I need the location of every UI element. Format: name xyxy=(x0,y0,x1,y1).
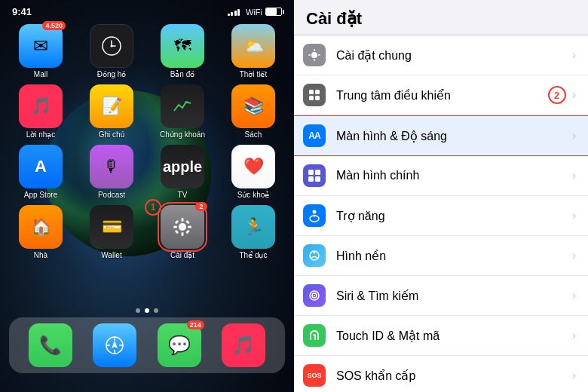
clock-icon xyxy=(90,24,133,68)
wallet-icon: 💳 xyxy=(90,205,133,249)
app-grid-row2: 🎵 Lời nhạc 📝 Ghi chú Chứng khoán 📚 Sách xyxy=(0,84,294,139)
display-chevron: › xyxy=(572,129,576,142)
safari-icon xyxy=(93,323,136,367)
svg-point-4 xyxy=(179,223,186,231)
homescreen-chevron: › xyxy=(572,169,576,182)
settings-item-general[interactable]: Cài đặt chung › xyxy=(294,35,588,75)
svg-rect-21 xyxy=(314,59,315,61)
siri-icon xyxy=(303,284,326,307)
dock-messages[interactable]: 💬 214 xyxy=(158,323,201,367)
podcast-icon: 🎙 xyxy=(90,145,133,188)
step-2-badge: 2 xyxy=(548,86,566,104)
svg-rect-27 xyxy=(315,96,320,100)
settings-item-sos[interactable]: SOS SOS khẩn cấp › xyxy=(294,356,588,392)
settings-icon: 2 xyxy=(161,205,204,249)
iphone-screen: 9:41 WiFi ✉ 4.520 Mail xyxy=(0,0,294,392)
svg-rect-12 xyxy=(185,230,190,234)
siri-chevron: › xyxy=(572,289,576,302)
settings-item-siri[interactable]: Siri & Tìm kiếm › xyxy=(294,276,588,316)
mail-badge: 4.520 xyxy=(42,21,66,30)
weather-icon: ⛅ xyxy=(231,24,275,68)
books-label: Sách xyxy=(245,130,262,139)
control-center-chevron: › xyxy=(572,88,576,102)
settings-item-accessibility[interactable]: Trợ năng › xyxy=(294,196,588,236)
mail-label: Mail xyxy=(34,70,47,78)
app-stocks[interactable]: Chứng khoán xyxy=(151,84,214,139)
app-settings[interactable]: 2 Cài đặt 1 xyxy=(151,205,214,259)
home-icon: 🏠 xyxy=(19,205,63,249)
fitness-icon: 🏃 xyxy=(231,205,275,249)
svg-rect-30 xyxy=(308,176,314,182)
home-label: Nhà xyxy=(34,251,47,259)
svg-point-32 xyxy=(313,210,317,214)
svg-point-3 xyxy=(111,45,113,47)
app-home[interactable]: 🏠 Nhà xyxy=(9,205,72,259)
health-icon: ❤️ xyxy=(231,145,275,188)
display-icon: AA xyxy=(303,124,326,147)
siri-label: Siri & Tìm kiếm xyxy=(336,289,572,303)
svg-rect-25 xyxy=(315,90,320,94)
app-tv[interactable]: apple TV xyxy=(151,145,214,199)
page-dots xyxy=(136,308,158,313)
app-maps[interactable]: 🗺 Bản đồ xyxy=(151,24,214,78)
accessibility-icon xyxy=(303,204,326,227)
dot-3 xyxy=(154,308,158,313)
app-clock[interactable]: Đồng hồ xyxy=(80,24,143,78)
mail-icon: ✉ 4.520 xyxy=(19,24,63,68)
wallpaper-icon xyxy=(303,244,326,267)
settings-item-touchid[interactable]: Touch ID & Mật mã › xyxy=(294,316,588,356)
app-books[interactable]: 📚 Sách xyxy=(222,84,285,139)
settings-item-display[interactable]: AA Màn hình & Độ sáng › xyxy=(294,115,588,156)
dock-phone[interactable]: 📞 xyxy=(29,323,72,367)
wifi-icon: WiFi xyxy=(246,8,262,17)
app-weather[interactable]: ⛅ Thời tiết xyxy=(222,24,285,78)
app-mail[interactable]: ✉ 4.520 Mail xyxy=(9,24,72,78)
notes-label: Ghi chú xyxy=(99,130,124,139)
settings-title: Cài đặt xyxy=(306,9,362,28)
touchid-chevron: › xyxy=(572,329,576,342)
appstore-icon: A xyxy=(19,145,63,188)
svg-point-39 xyxy=(314,295,315,296)
general-chevron: › xyxy=(572,48,576,62)
step-1-badge: 1 xyxy=(145,199,161,216)
app-appstore[interactable]: A App Store xyxy=(9,145,72,199)
svg-rect-23 xyxy=(318,54,320,56)
app-health[interactable]: ❤️ Sức khoẻ xyxy=(222,145,285,199)
dock-music[interactable]: 🎵 xyxy=(222,323,265,367)
svg-rect-6 xyxy=(182,232,184,236)
svg-rect-5 xyxy=(182,218,184,222)
appstore-label: App Store xyxy=(24,191,57,199)
notes-icon: 📝 xyxy=(90,84,133,128)
settings-item-wallpaper[interactable]: Hình nền › xyxy=(294,236,588,276)
app-fitness[interactable]: 🏃 Thể dục xyxy=(222,205,285,259)
status-bar: 9:41 WiFi xyxy=(0,6,294,17)
general-icon xyxy=(303,44,326,66)
settings-header: Cài đặt xyxy=(294,0,588,35)
svg-rect-26 xyxy=(309,96,314,100)
podcast-label: Podcast xyxy=(98,191,125,199)
dot-1 xyxy=(136,308,140,313)
app-grid: ✉ 4.520 Mail Đồng hồ 🗺 Bản đồ xyxy=(0,24,294,78)
app-music[interactable]: 🎵 Lời nhạc xyxy=(9,84,72,139)
messages-badge: 214 xyxy=(187,320,204,329)
settings-item-control-center[interactable]: Trung tâm điều khiển 2 › xyxy=(294,75,588,115)
app-notes[interactable]: 📝 Ghi chú xyxy=(80,84,143,139)
app-grid-row3: A App Store 🎙 Podcast apple TV ❤️ Sức kh… xyxy=(0,145,294,199)
homescreen-label: Màn hình chính xyxy=(336,169,572,182)
tv-label: TV xyxy=(178,191,188,199)
settings-panel: Cài đặt Cài đặt chung › xyxy=(294,0,588,392)
app-podcast[interactable]: 🎙 Podcast xyxy=(80,145,143,199)
phone-icon: 📞 xyxy=(29,323,72,367)
dock-safari[interactable] xyxy=(93,323,136,367)
svg-rect-24 xyxy=(309,90,314,94)
svg-rect-29 xyxy=(315,170,320,175)
status-icons: WiFi xyxy=(228,8,283,17)
control-center-icon xyxy=(303,84,326,106)
accessibility-label: Trợ năng xyxy=(336,209,572,223)
maps-label: Bản đồ xyxy=(170,70,195,78)
svg-marker-18 xyxy=(112,341,118,348)
app-wallet[interactable]: 💳 Wallet xyxy=(80,205,143,259)
battery-icon xyxy=(265,8,282,16)
dot-2-active xyxy=(145,308,149,313)
settings-item-homescreen[interactable]: Màn hình chính › xyxy=(294,156,588,196)
